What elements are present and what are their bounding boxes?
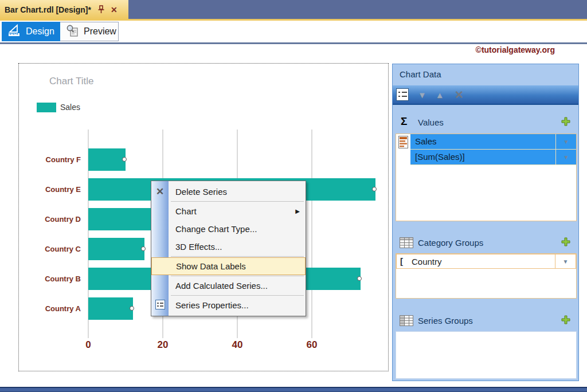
x-axis-tick-label: 20 xyxy=(146,339,180,351)
values-row-sum[interactable]: [Sum(Sales)] ▼ xyxy=(410,150,576,165)
values-row-label: Sales xyxy=(415,136,437,146)
chart-data-panel-title: Chart Data xyxy=(400,69,441,79)
sum-row-label: [Sum(Sales)] xyxy=(415,152,465,162)
chart-data-toolbar: ▼ ▲ ✕ xyxy=(393,85,578,105)
grid-icon xyxy=(400,237,413,250)
x-axis-tick-label: 0 xyxy=(71,339,105,351)
bracket-icon: [ xyxy=(400,256,403,266)
tab-design[interactable]: Design xyxy=(2,22,60,41)
tab-preview-label: Preview xyxy=(84,26,116,37)
selection-handle[interactable] xyxy=(122,157,127,162)
dropdown-cell[interactable]: ▼ xyxy=(555,134,576,149)
ruler-triangle-icon xyxy=(7,23,21,40)
values-section-label: Values xyxy=(418,117,444,127)
dropdown-cell[interactable]: ▼ xyxy=(555,150,576,164)
menu-item-label: Change Chart Type... xyxy=(175,224,257,234)
submenu-arrow-icon: ▶ xyxy=(295,208,300,214)
category-groups-header: Category Groups xyxy=(393,236,578,251)
category-groups-listbox: [ Country ▼ xyxy=(396,253,577,299)
x-axis-tick-label: 60 xyxy=(295,339,329,351)
bar-country-f[interactable] xyxy=(88,148,126,171)
sigma-icon: Σ xyxy=(401,116,407,127)
category-label: Country E xyxy=(19,185,81,194)
selection-handle[interactable] xyxy=(372,187,377,191)
add-series-group-button[interactable] xyxy=(561,315,570,327)
selection-handle[interactable] xyxy=(357,276,362,281)
series-context-menu: ✕Delete SeriesChart▶Change Chart Type...… xyxy=(151,181,306,316)
delete-x-icon[interactable]: ✕ xyxy=(455,88,464,101)
selection-handle[interactable] xyxy=(130,306,134,311)
values-section-header: Σ Values xyxy=(393,116,578,131)
bar-country-d[interactable] xyxy=(88,208,152,230)
category-row-country[interactable]: [ Country ▼ xyxy=(396,254,576,269)
document-tab[interactable]: Bar Chart.rdl [Design]* ✕ xyxy=(0,0,128,19)
menu-item-delete-series[interactable]: ✕Delete Series xyxy=(151,183,306,201)
category-label: Country B xyxy=(19,275,81,283)
category-groups-label: Category Groups xyxy=(418,238,483,248)
move-down-icon[interactable]: ▼ xyxy=(418,90,426,100)
tabs-separator xyxy=(0,42,587,44)
menu-item-label: Add Calculated Series... xyxy=(175,281,268,291)
x-axis-tick-label: 40 xyxy=(220,339,255,351)
add-value-button[interactable] xyxy=(561,117,570,128)
menu-item-3d-effects[interactable]: 3D Effects... xyxy=(151,238,306,256)
watermark-text: ©tutorialgateway.org xyxy=(476,45,555,54)
menu-item-label: 3D Effects... xyxy=(175,242,222,252)
document-tabstrip: Bar Chart.rdl [Design]* ✕ xyxy=(0,0,587,19)
menu-item-show-data-labels[interactable]: Show Data Labels xyxy=(151,257,306,275)
tabstrip-underline xyxy=(0,19,587,21)
menu-item-change-chart-type[interactable]: Change Chart Type... xyxy=(151,220,306,238)
menu-item-label: Show Data Labels xyxy=(176,261,246,271)
series-groups-label: Series Groups xyxy=(418,316,473,326)
add-category-group-button[interactable] xyxy=(561,237,570,249)
chevron-down-icon: ▼ xyxy=(563,258,569,265)
magnifier-report-icon xyxy=(66,24,79,40)
values-listbox: Sales ▼ [Sum(Sales)] ▼ xyxy=(396,134,577,221)
tab-preview[interactable]: Preview xyxy=(60,22,119,41)
chevron-down-icon: ▼ xyxy=(563,139,569,145)
grid-icon xyxy=(400,315,413,328)
document-tab-title: Bar Chart.rdl [Design]* xyxy=(5,5,91,14)
gridline xyxy=(311,130,312,338)
category-row-label: Country xyxy=(412,257,442,266)
menu-item-label: Delete Series xyxy=(175,187,227,197)
chevron-down-icon: ▼ xyxy=(563,154,569,160)
delete-x-icon: ✕ xyxy=(151,186,169,198)
view-tabs: Design Preview xyxy=(0,22,587,42)
category-label: Country A xyxy=(19,304,81,313)
properties-icon[interactable] xyxy=(396,88,409,101)
menu-item-label: Chart xyxy=(175,206,197,216)
values-row-sales[interactable]: Sales ▼ xyxy=(410,134,576,150)
move-up-icon[interactable]: ▲ xyxy=(436,90,444,100)
menu-item-add-calculated-series[interactable]: Add Calculated Series... xyxy=(151,277,306,295)
category-label: Country F xyxy=(19,155,81,164)
menu-item-series-properties[interactable]: Series Properties... xyxy=(151,296,306,314)
menu-item-label: Series Properties... xyxy=(175,300,249,310)
pin-icon[interactable] xyxy=(97,5,105,14)
series-groups-header: Series Groups xyxy=(393,314,578,329)
application-window: Bar Chart.rdl [Design]* ✕ Design xyxy=(0,0,587,392)
dropdown-cell[interactable]: ▼ xyxy=(555,254,576,268)
selection-handle[interactable] xyxy=(141,246,146,251)
properties-icon xyxy=(151,300,169,311)
series-groups-listbox[interactable] xyxy=(396,331,577,379)
menu-item-chart[interactable]: Chart▶ xyxy=(151,202,306,220)
category-label: Country C xyxy=(19,245,81,253)
window-bottom-edge xyxy=(0,387,587,392)
field-icon xyxy=(396,134,410,150)
tab-design-label: Design xyxy=(26,26,54,37)
category-label: Country D xyxy=(19,215,81,224)
chart-data-panel: Chart Data ▼ ▲ ✕ Σ Values xyxy=(392,64,579,381)
bar-country-a[interactable] xyxy=(88,297,133,320)
close-icon[interactable]: ✕ xyxy=(111,6,118,14)
bar-country-c[interactable] xyxy=(88,238,144,260)
